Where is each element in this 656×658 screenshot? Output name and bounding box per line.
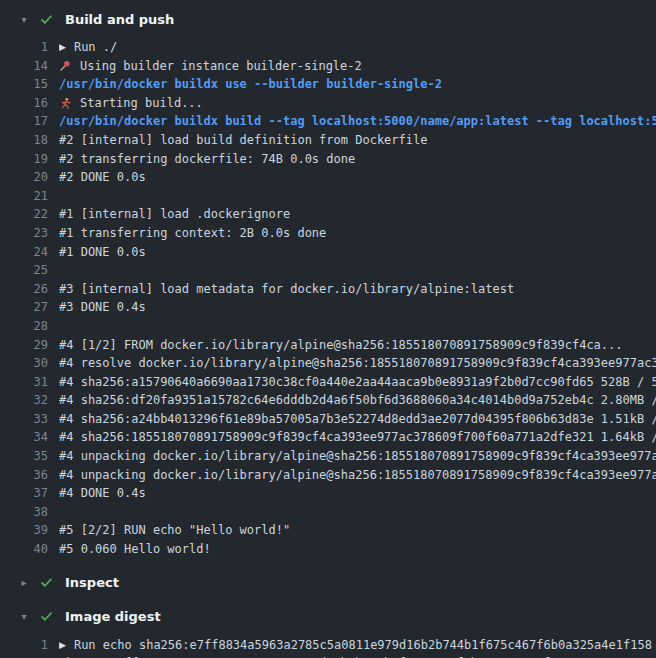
section-title: Image digest xyxy=(65,609,161,624)
log-line[interactable]: 40#5 0.060 Hello world! xyxy=(0,540,656,559)
log-text: #2 [internal] load build definition from… xyxy=(59,131,656,150)
log-text-content: #4 [1/2] FROM docker.io/library/alpine@s… xyxy=(59,336,623,355)
log-text-content: #5 0.060 Hello world! xyxy=(59,540,211,559)
log-text-content: #3 [internal] load metadata for docker.i… xyxy=(59,280,514,299)
line-number: 17 xyxy=(14,112,48,131)
log-text: #4 sha256:a15790640a6690aa1730c38cf0a440… xyxy=(59,373,656,392)
line-number: 39 xyxy=(14,521,48,540)
expand-chevron-icon[interactable]: ▶ xyxy=(59,38,66,57)
section-title: Build and push xyxy=(65,12,174,27)
expand-chevron-icon[interactable]: ▶ xyxy=(59,636,66,655)
log-text-content: #4 sha256:185518070891758909c9f839cf4ca3… xyxy=(59,428,656,447)
log-text: #5 [2/2] RUN echo "Hello world!" xyxy=(59,521,656,540)
log-line[interactable]: 31#4 sha256:a15790640a6690aa1730c38cf0a4… xyxy=(0,373,656,392)
line-number: 31 xyxy=(14,373,48,392)
log-line[interactable]: 19#2 transferring dockerfile: 74B 0.0s d… xyxy=(0,150,656,169)
log-line[interactable]: 18#2 [internal] load build definition fr… xyxy=(0,131,656,150)
log-line[interactable]: 1▶Run ./ xyxy=(0,38,656,57)
check-icon xyxy=(40,576,53,589)
log-line[interactable]: 15/usr/bin/docker buildx use --builder b… xyxy=(0,75,656,94)
log-line[interactable]: 33#4 sha256:a24bb4013296f61e89ba57005a7b… xyxy=(0,410,656,429)
line-number: 25 xyxy=(14,261,48,280)
log-text-content: #2 transferring dockerfile: 74B 0.0s don… xyxy=(59,150,355,169)
actions-log-viewer: ▾Build and push1▶Run ./14Using builder i… xyxy=(0,0,656,658)
log-text: #4 sha256:185518070891758909c9f839cf4ca3… xyxy=(59,428,656,447)
section-header-inspect[interactable]: ▸Inspect xyxy=(0,569,656,597)
line-number: 23 xyxy=(14,224,48,243)
line-number: 28 xyxy=(14,317,48,336)
section-title: Inspect xyxy=(65,575,119,590)
log-text-content: /usr/bin/docker buildx build --tag local… xyxy=(59,112,656,131)
log-text: #2 DONE 0.0s xyxy=(59,168,656,187)
log-text: #5 0.060 Hello world! xyxy=(59,540,656,559)
log-line[interactable]: 22#1 [internal] load .dockerignore xyxy=(0,205,656,224)
line-number: 27 xyxy=(14,298,48,317)
line-number: 14 xyxy=(14,57,48,76)
log-text-content: sha256:e7ff8834a5963a2785c5a0811e979d16b… xyxy=(59,654,572,658)
log-text: Starting build... xyxy=(59,94,656,113)
log-text-content: #4 unpacking docker.io/library/alpine@sh… xyxy=(59,466,656,485)
log-text-content: #3 DONE 0.4s xyxy=(59,298,146,317)
line-number: 16 xyxy=(14,94,48,113)
section-header-build-and-push[interactable]: ▾Build and push xyxy=(0,5,656,33)
line-number: 22 xyxy=(14,205,48,224)
log-line[interactable]: 30#4 resolve docker.io/library/alpine@sh… xyxy=(0,354,656,373)
section-image-digest: ▾Image digest1▶Run echo sha256:e7ff8834a… xyxy=(0,603,656,658)
log-line[interactable]: 23#1 transferring context: 2B 0.0s done xyxy=(0,224,656,243)
log-text: #4 resolve docker.io/library/alpine@sha2… xyxy=(59,354,656,373)
log-text: /usr/bin/docker buildx use --builder bui… xyxy=(59,75,656,94)
line-number: 30 xyxy=(14,354,48,373)
log-text: #1 transferring context: 2B 0.0s done xyxy=(59,224,656,243)
log-line[interactable]: 21 xyxy=(0,187,656,206)
log-line[interactable]: 4sha256:e7ff8834a5963a2785c5a0811e979d16… xyxy=(0,654,656,658)
line-number: 1 xyxy=(14,636,48,655)
log-text: #4 sha256:df20fa9351a15782c64e6dddb2d4a6… xyxy=(59,391,656,410)
log-text: ▶Run ./ xyxy=(59,38,656,57)
log-line[interactable]: 36#4 unpacking docker.io/library/alpine@… xyxy=(0,466,656,485)
line-number: 15 xyxy=(14,75,48,94)
log-text: #2 transferring dockerfile: 74B 0.0s don… xyxy=(59,150,656,169)
log-text: sha256:e7ff8834a5963a2785c5a0811e979d16b… xyxy=(59,654,656,658)
line-number: 33 xyxy=(14,410,48,429)
log-text-content: #4 DONE 0.4s xyxy=(59,484,146,503)
runner-icon xyxy=(59,97,73,110)
disclosure-triangle-icon[interactable]: ▾ xyxy=(16,14,32,25)
log-line[interactable]: 24#1 DONE 0.0s xyxy=(0,243,656,262)
log-line[interactable]: 17/usr/bin/docker buildx build --tag loc… xyxy=(0,112,656,131)
log-line[interactable]: 29#4 [1/2] FROM docker.io/library/alpine… xyxy=(0,336,656,355)
log-text: #4 [1/2] FROM docker.io/library/alpine@s… xyxy=(59,336,656,355)
log-text-content: #1 transferring context: 2B 0.0s done xyxy=(59,224,326,243)
line-number: 1 xyxy=(14,38,48,57)
log-line[interactable]: 37#4 DONE 0.4s xyxy=(0,484,656,503)
log-text: Using builder instance builder-single-2 xyxy=(59,57,656,76)
log-line[interactable]: 39#5 [2/2] RUN echo "Hello world!" xyxy=(0,521,656,540)
log-line[interactable]: 38 xyxy=(0,503,656,522)
log-line[interactable]: 35#4 unpacking docker.io/library/alpine@… xyxy=(0,447,656,466)
log-text: #3 [internal] load metadata for docker.i… xyxy=(59,280,656,299)
log-line[interactable]: 26#3 [internal] load metadata for docker… xyxy=(0,280,656,299)
log-text: #1 DONE 0.0s xyxy=(59,243,656,262)
line-number: 37 xyxy=(14,484,48,503)
log-text-content: #2 DONE 0.0s xyxy=(59,168,146,187)
line-number: 40 xyxy=(14,540,48,559)
log-line[interactable]: 27#3 DONE 0.4s xyxy=(0,298,656,317)
disclosure-triangle-icon[interactable]: ▾ xyxy=(16,611,32,622)
disclosure-triangle-icon[interactable]: ▸ xyxy=(16,577,32,588)
log-text: /usr/bin/docker buildx build --tag local… xyxy=(59,112,656,131)
line-number: 20 xyxy=(14,168,48,187)
log-text: ▶Run echo sha256:e7ff8834a5963a2785c5a08… xyxy=(59,636,656,655)
section-header-image-digest[interactable]: ▾Image digest xyxy=(0,603,656,631)
log-line[interactable]: 34#4 sha256:185518070891758909c9f839cf4c… xyxy=(0,428,656,447)
log-line[interactable]: 20#2 DONE 0.0s xyxy=(0,168,656,187)
log-text-content: Using builder instance builder-single-2 xyxy=(80,57,362,76)
log-line[interactable]: 14Using builder instance builder-single-… xyxy=(0,57,656,76)
section-body: 1▶Run echo sha256:e7ff8834a5963a2785c5a0… xyxy=(0,631,656,658)
line-number: 32 xyxy=(14,391,48,410)
log-line[interactable]: 1▶Run echo sha256:e7ff8834a5963a2785c5a0… xyxy=(0,636,656,655)
log-line[interactable]: 16Starting build... xyxy=(0,94,656,113)
log-text-content: #1 DONE 0.0s xyxy=(59,243,146,262)
log-text-content: #2 [internal] load build definition from… xyxy=(59,131,427,150)
log-line[interactable]: 28 xyxy=(0,317,656,336)
log-line[interactable]: 25 xyxy=(0,261,656,280)
log-line[interactable]: 32#4 sha256:df20fa9351a15782c64e6dddb2d4… xyxy=(0,391,656,410)
